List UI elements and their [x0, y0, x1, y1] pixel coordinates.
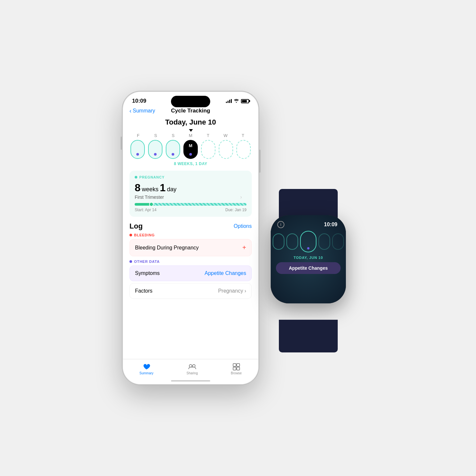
watch-band-bottom — [279, 320, 338, 352]
watch-circle-next2 — [332, 233, 344, 250]
factors-row[interactable]: Factors Pregnancy › — [129, 283, 252, 299]
watch-circle-prev1 — [273, 233, 284, 250]
pregnancy-dates: Start: Apr 14 Due: Jan 19 — [135, 208, 246, 212]
back-label[interactable]: Summary — [133, 108, 155, 114]
watch-circle-prev2 — [286, 233, 298, 250]
watch-info-icon: i — [280, 222, 281, 227]
watch-circle-dot — [307, 247, 310, 249]
nav-header: ‹ Summary Cycle Tracking — [123, 106, 258, 117]
nav-title: Cycle Tracking — [171, 108, 210, 114]
sharing-icon — [188, 363, 196, 370]
factors-chevron-icon: › — [245, 288, 246, 294]
tab-sharing-label: Sharing — [186, 371, 197, 375]
svg-rect-4 — [233, 367, 236, 370]
battery-icon — [241, 99, 249, 103]
bleeding-label-text: BLEEDING — [134, 233, 155, 237]
weeks-label: 8 WEEKS, 1 DAY — [128, 162, 253, 166]
factors-label: Factors — [135, 288, 152, 294]
tab-browse[interactable]: Browse — [231, 363, 242, 375]
add-bleeding-icon[interactable]: + — [242, 244, 246, 251]
factors-value: Pregnancy › — [218, 288, 246, 294]
tab-sharing[interactable]: Sharing — [186, 363, 197, 375]
dynamic-island — [171, 96, 210, 107]
browse-icon — [232, 363, 241, 370]
options-button[interactable]: Options — [234, 223, 252, 229]
log-title: Log — [129, 222, 143, 230]
log-header: Log Options — [129, 222, 252, 230]
day-circle-tue[interactable] — [201, 140, 215, 159]
pregnancy-label-text: PREGNANCY — [139, 175, 165, 179]
back-chevron-icon: ‹ — [129, 108, 131, 114]
start-date: Start: Apr 14 — [135, 208, 157, 212]
wifi-icon — [234, 98, 239, 104]
log-section: Log Options BLEEDING Bleeding During Pre… — [129, 222, 252, 299]
day-circles: M — [128, 140, 253, 159]
day-circle-sun[interactable] — [166, 140, 180, 159]
signal-icon — [226, 99, 232, 103]
other-data-section-label: OTHER DATA — [129, 260, 252, 264]
iphone-screen: 10:09 — [123, 92, 258, 384]
main-content: Today, June 10 F S S M T W T — [123, 117, 258, 301]
day-circle-sat[interactable] — [148, 140, 162, 159]
svg-point-0 — [189, 365, 192, 367]
bleeding-section-label: BLEEDING — [129, 233, 252, 237]
day-circle-fri[interactable] — [130, 140, 145, 159]
scene: 10:09 — [58, 42, 418, 434]
pregnancy-progress-bar — [135, 203, 246, 206]
day-unit: day — [167, 186, 177, 193]
watch-action-button[interactable]: Appetite Changes — [276, 262, 341, 274]
svg-rect-5 — [237, 367, 240, 370]
tab-summary-label: Summary — [140, 371, 154, 375]
bleeding-row[interactable]: Bleeding During Pregnancy + — [129, 239, 252, 256]
heart-icon — [142, 363, 151, 370]
day-circle-mon-selected[interactable]: M — [183, 140, 198, 159]
watch-circle-today — [300, 231, 316, 252]
calendar-strip[interactable]: F S S M T W T — [128, 129, 253, 166]
bleeding-section: BLEEDING Bleeding During Pregnancy + — [129, 233, 252, 256]
symptoms-label: Symptoms — [135, 270, 160, 276]
symptoms-value: Appetite Changes — [205, 270, 246, 276]
svg-rect-3 — [237, 364, 240, 366]
watch-circle-next1 — [318, 233, 330, 250]
svg-point-1 — [193, 365, 195, 367]
watch-screen: i 10:09 TODAY, JUN 10 Appetite Changes — [271, 215, 346, 303]
home-indicator — [171, 380, 210, 382]
symptoms-row[interactable]: Symptoms Appetite Changes — [129, 265, 252, 281]
other-data-label-text: OTHER DATA — [134, 260, 160, 264]
weeks-unit: weeks — [142, 186, 159, 193]
day-circle-wed[interactable] — [219, 140, 233, 159]
other-data-dot-icon — [129, 260, 132, 263]
pregnancy-dot-icon — [135, 176, 137, 178]
day-labels: F S S M T W T — [128, 133, 253, 138]
watch-time: 10:09 — [276, 222, 341, 228]
today-indicator — [128, 129, 253, 132]
watch-info-button[interactable]: i — [277, 221, 284, 228]
other-data-section: OTHER DATA Symptoms Appetite Changes Fac… — [129, 260, 252, 299]
watch-calendar-circles — [273, 231, 344, 252]
bleeding-item-label: Bleeding During Pregnancy — [135, 245, 199, 251]
day-number: 1 — [160, 182, 166, 194]
tab-browse-label: Browse — [231, 371, 242, 375]
svg-rect-2 — [233, 364, 236, 366]
pregnancy-chevron-icon: › — [240, 194, 242, 200]
pregnancy-section-label: PREGNANCY — [135, 175, 246, 179]
date-header: Today, June 10 — [129, 118, 252, 127]
status-time: 10:09 — [132, 98, 146, 104]
watch-date-label: TODAY, JUN 10 — [294, 256, 323, 260]
weeks-number: 8 — [135, 182, 141, 194]
back-button[interactable]: ‹ Summary — [129, 108, 155, 114]
trimester-label: First Trimester — [135, 195, 246, 200]
pregnancy-card[interactable]: PREGNANCY 8 weeks 1 day First Trimester — [129, 171, 252, 217]
status-icons — [226, 98, 249, 104]
today-arrow-icon — [189, 129, 193, 132]
due-date: Due: Jan 19 — [225, 208, 246, 212]
bleeding-dot-icon — [129, 234, 132, 236]
pregnancy-weeks: 8 weeks 1 day — [135, 182, 246, 194]
watch-body: i 10:09 TODAY, JUN 10 Appetite Changes — [271, 215, 346, 303]
tab-summary[interactable]: Summary — [140, 363, 154, 375]
iphone-device: 10:09 — [122, 91, 259, 385]
day-circle-thu[interactable] — [236, 140, 251, 159]
apple-watch: i 10:09 TODAY, JUN 10 Appetite Changes — [263, 215, 354, 326]
